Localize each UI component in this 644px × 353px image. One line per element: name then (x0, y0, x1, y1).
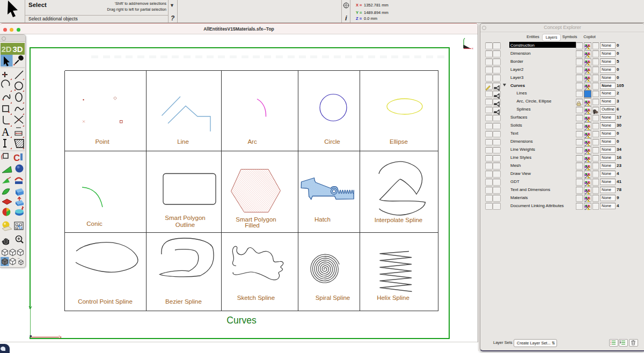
svg-text:Point: Point (95, 138, 109, 145)
svg-text:Sketch Spline: Sketch Spline (237, 295, 275, 301)
svg-text:Helix Spline: Helix Spline (377, 295, 409, 301)
svg-text:Line: Line (177, 138, 189, 145)
svg-text:Smart Polygon: Smart Polygon (165, 215, 205, 221)
svg-text:Spiral Spline: Spiral Spline (316, 295, 350, 301)
svg-text:Outline: Outline (175, 222, 195, 228)
svg-text:A: A (2, 126, 10, 138)
svg-text:Arc: Arc (247, 138, 257, 145)
svg-text:▪▪▪: ▪▪▪ (18, 258, 20, 260)
svg-text:Bezier Spline: Bezier Spline (165, 298, 202, 305)
svg-text:Conic: Conic (86, 220, 103, 227)
svg-text:Curves: Curves (226, 315, 257, 326)
svg-text:Control Point Spline: Control Point Spline (78, 298, 133, 305)
svg-text:Circle: Circle (324, 138, 340, 145)
svg-text:Hatch: Hatch (314, 216, 331, 223)
svg-text:x: x (60, 335, 62, 339)
svg-text:C: C (13, 153, 20, 163)
svg-text:2D: 2D (1, 45, 11, 54)
svg-text:Filled: Filled (245, 222, 259, 229)
svg-text:Interpolate Spline: Interpolate Spline (375, 217, 423, 223)
svg-text:3D: 3D (12, 45, 23, 54)
svg-text:Ellipse: Ellipse (390, 138, 408, 145)
svg-text:x: x (472, 47, 473, 50)
